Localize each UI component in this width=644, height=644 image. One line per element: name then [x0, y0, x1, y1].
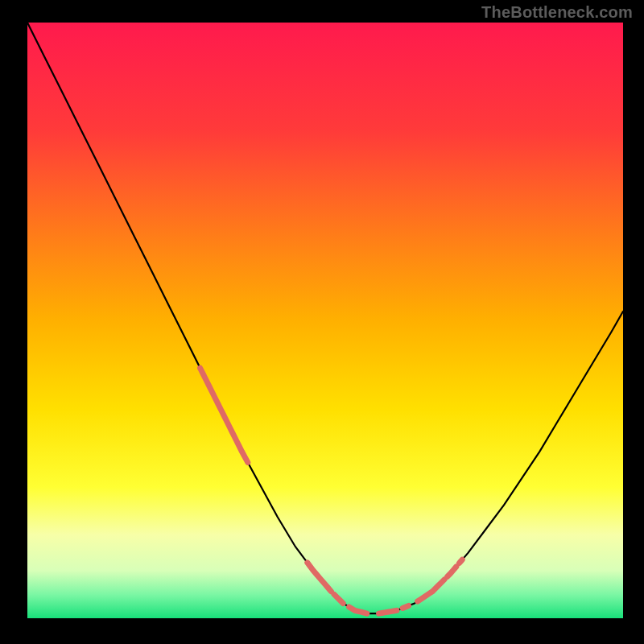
chart-svg: [27, 23, 623, 618]
gradient-background: [27, 23, 623, 618]
marker-dash: [460, 559, 463, 563]
marker-dash: [402, 605, 408, 608]
watermark-text: TheBottleneck.com: [481, 3, 633, 22]
marker-dash: [379, 610, 397, 613]
chart-frame: TheBottleneck.com: [0, 0, 644, 644]
plot-area: [27, 23, 623, 618]
